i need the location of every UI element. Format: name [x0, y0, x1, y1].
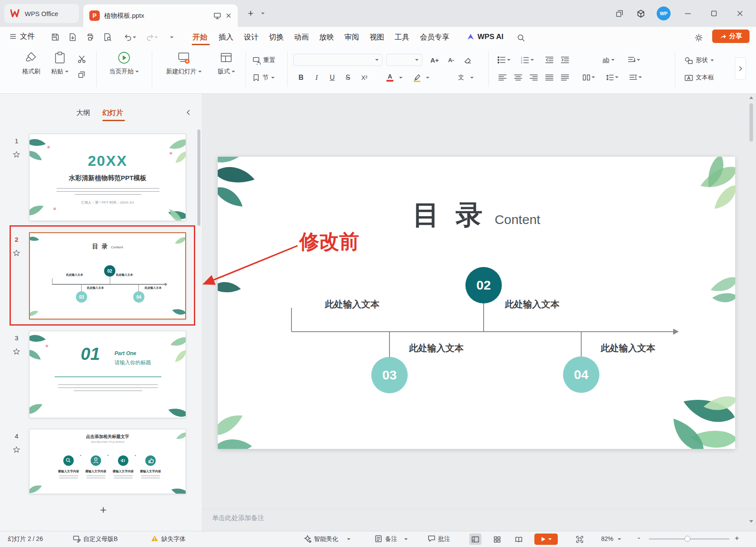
- timeline-label-1[interactable]: 此处输入文本: [309, 298, 396, 310]
- section-button[interactable]: 节: [252, 72, 275, 83]
- slide-canvas[interactable]: 目 录 Content 02 03 04 此处输入文本 此处输入文本 此处输入文…: [218, 157, 735, 449]
- tab-home[interactable]: 开始: [189, 30, 211, 43]
- zoom-level[interactable]: 82%: [601, 535, 613, 542]
- tab-outline[interactable]: 大纲: [76, 109, 90, 120]
- slide-thumbnail-3[interactable]: 01 Part One 请输入你的标题: [29, 331, 186, 418]
- minimize-button[interactable]: [681, 7, 695, 20]
- zoom-in-button[interactable]: +: [735, 534, 739, 543]
- font-size-combo[interactable]: [386, 54, 422, 66]
- undo-chevron-icon[interactable]: [133, 36, 136, 38]
- tab-member[interactable]: 会员专享: [416, 30, 453, 43]
- tab-transition[interactable]: 切换: [265, 30, 287, 43]
- tab-wps-ai[interactable]: WPS AI: [463, 30, 507, 43]
- master-name[interactable]: 自定义母版B: [83, 535, 118, 543]
- change-case-button[interactable]: ab: [599, 54, 619, 66]
- beautify-chevron-icon[interactable]: [347, 538, 350, 540]
- tab-slideshow[interactable]: 放映: [316, 30, 337, 43]
- grow-font-button[interactable]: A+: [428, 54, 442, 66]
- tab-list-chevron-icon[interactable]: [261, 13, 265, 14]
- shrink-font-button[interactable]: A-: [444, 54, 458, 66]
- strikethrough-button[interactable]: S: [340, 71, 356, 84]
- share-button[interactable]: 分享: [712, 30, 749, 43]
- italic-button[interactable]: I: [309, 71, 324, 84]
- new-slide-button[interactable]: 新建幻灯片: [161, 51, 206, 76]
- justify-button[interactable]: [542, 71, 556, 83]
- align-right-button[interactable]: [527, 71, 540, 83]
- print-button[interactable]: [83, 31, 96, 43]
- tab-animation[interactable]: 动画: [291, 30, 312, 43]
- font-color-chevron-icon[interactable]: [399, 77, 403, 79]
- distribute-button[interactable]: [558, 71, 572, 83]
- comments-button[interactable]: 批注: [438, 535, 450, 543]
- slide-master-icon[interactable]: [73, 535, 81, 543]
- format-painter-button[interactable]: 格式刷: [17, 51, 45, 76]
- timeline-label-2[interactable]: 此处输入文本: [489, 298, 576, 310]
- layout-button[interactable]: 版式: [213, 51, 239, 76]
- save-button[interactable]: [49, 31, 62, 43]
- paragraph-spacing-button[interactable]: [626, 71, 645, 83]
- slide-sorter-view-button[interactable]: [491, 534, 503, 545]
- badge-04[interactable]: 04: [563, 356, 599, 393]
- decrease-indent-button[interactable]: [542, 54, 556, 66]
- notes-button[interactable]: 备注: [385, 535, 397, 543]
- increase-indent-button[interactable]: [558, 54, 572, 66]
- slide-thumbnail-1[interactable]: 20XX 水彩清新植物韩范PPT模板 汇报人：第一PPT 时间：20XX.XX: [29, 134, 186, 221]
- cut-button[interactable]: [75, 53, 88, 65]
- highlight-chevron-icon[interactable]: [426, 77, 429, 79]
- align-center-button[interactable]: [511, 71, 525, 83]
- copy-button[interactable]: [75, 69, 88, 81]
- line-spacing-button[interactable]: [603, 71, 621, 83]
- user-avatar[interactable]: WP: [657, 7, 671, 20]
- shapes-button[interactable]: 形状: [684, 55, 714, 66]
- numbering-button[interactable]: 123: [519, 54, 536, 66]
- clear-format-button[interactable]: [461, 54, 475, 66]
- new-tab-button[interactable]: +: [244, 7, 258, 20]
- slide-thumbnail-4[interactable]: 点击添加相关标题文字 ADD RELATED TITLE WORDS 请输入文字…: [29, 429, 186, 494]
- reading-view-button[interactable]: [513, 534, 525, 545]
- slide-subtitle[interactable]: Content: [495, 212, 540, 227]
- columns-button[interactable]: [579, 71, 598, 83]
- text-direction-button[interactable]: [624, 54, 644, 66]
- slide-thumbnail-2-selected[interactable]: 目 录 Content 02 03 04 此处输入文本 此处输入文本 此处输入文…: [29, 232, 186, 320]
- zoom-out-button[interactable]: -: [638, 534, 640, 543]
- paste-button[interactable]: 粘贴: [49, 51, 71, 76]
- monitor-icon[interactable]: [213, 12, 221, 20]
- tab-view[interactable]: 视图: [366, 30, 388, 43]
- close-tab-icon[interactable]: [226, 13, 232, 19]
- phonetic-chevron-icon[interactable]: [470, 77, 474, 79]
- sidebar-scrollbar[interactable]: [197, 129, 200, 226]
- app-center-icon[interactable]: [634, 7, 648, 20]
- normal-view-button[interactable]: [469, 534, 481, 545]
- bullets-button[interactable]: [495, 54, 513, 66]
- highlight-button[interactable]: [410, 71, 423, 84]
- font-name-combo[interactable]: [293, 54, 383, 66]
- phonetic-guide-button[interactable]: 文: [455, 71, 468, 84]
- textbox-button[interactable]: 文本框: [684, 72, 714, 83]
- tab-insert[interactable]: 插入: [215, 30, 237, 43]
- reset-button[interactable]: 重置: [252, 55, 275, 66]
- file-menu[interactable]: 文件: [10, 31, 35, 41]
- underline-button[interactable]: U: [324, 71, 340, 84]
- canvas-scrollbar[interactable]: [749, 103, 753, 142]
- superscript-button[interactable]: X²: [356, 71, 373, 84]
- add-slide-button[interactable]: +: [96, 503, 110, 517]
- font-color-button[interactable]: A: [383, 71, 396, 84]
- quickbar-more-chevron-icon[interactable]: [170, 36, 173, 38]
- play-slideshow-button[interactable]: [534, 534, 558, 545]
- zoom-slider-thumb[interactable]: [684, 536, 691, 542]
- bold-button[interactable]: B: [293, 71, 309, 84]
- tab-design[interactable]: 设计: [240, 30, 262, 43]
- fit-slide-button[interactable]: [573, 534, 586, 545]
- tab-slides[interactable]: 幻灯片: [102, 109, 123, 120]
- notes-chevron-icon[interactable]: [404, 538, 408, 540]
- ribbon-expand-button[interactable]: [735, 57, 746, 80]
- align-left-button[interactable]: [495, 71, 509, 83]
- tab-review[interactable]: 审阅: [341, 30, 363, 43]
- canvas-scroll-down[interactable]: [749, 519, 754, 524]
- close-window-button[interactable]: [733, 7, 747, 20]
- slide-title[interactable]: 目 录: [412, 197, 487, 233]
- smart-beautify-button[interactable]: 智能美化: [314, 535, 338, 543]
- zoom-chevron-icon[interactable]: [618, 538, 621, 540]
- settings-gear-icon[interactable]: [692, 32, 705, 43]
- maximize-button[interactable]: [707, 7, 721, 20]
